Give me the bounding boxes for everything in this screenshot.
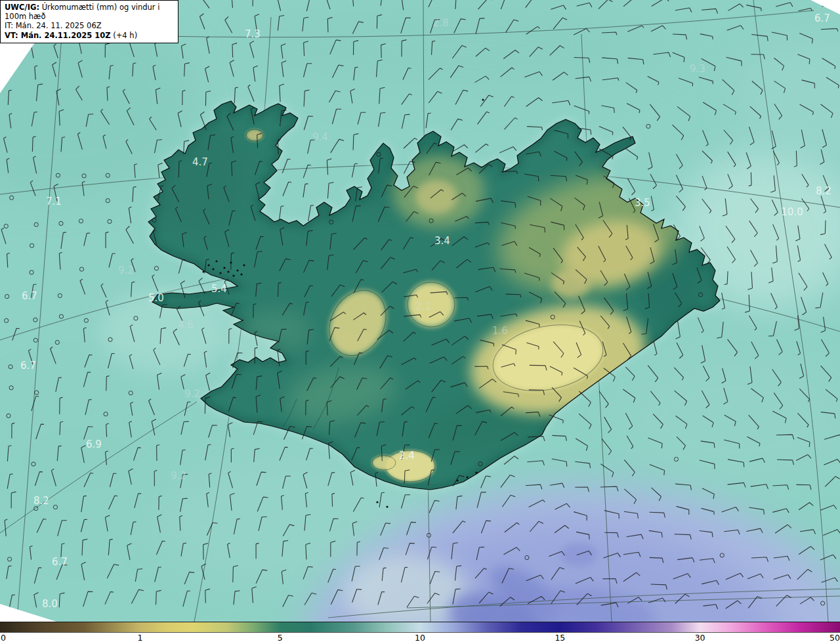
precip-value-label: 6.9 [86, 439, 102, 450]
title-box: UWC/IG: Úrkomumætti (mm) og vindur i 100… [0, 0, 178, 43]
precip-value-label: 6.7 [52, 556, 68, 568]
title-line-valid-time: VT: Mán. 24.11.2025 10Z (+4 h) [5, 31, 174, 40]
island-dot [219, 272, 221, 274]
island-dot [215, 260, 217, 262]
colorbar-tick-label: 5 [278, 633, 283, 642]
colorbar-tick-label: 30 [695, 633, 705, 642]
precip-value-label: 8.2 [33, 495, 49, 507]
precip-value-label: 10.0 [781, 206, 803, 218]
precip-value-label: 6.7 [20, 360, 36, 372]
colorbar-tick-label: 0 [1, 633, 6, 642]
precip-value-label: 2.1 [415, 301, 431, 312]
precip-value-label: 9.2 [184, 388, 200, 400]
island-dot [243, 264, 245, 266]
island-dot [202, 270, 204, 272]
title-line-product: UWC/IG: Úrkomumætti (mm) og vindur i 100… [5, 3, 174, 21]
precip-value-label: 8.2 [816, 185, 831, 197]
island-dot [227, 270, 229, 272]
colorbar-tick-label: 15 [555, 633, 565, 642]
precip-value-label: 5.4 [211, 283, 227, 295]
map-area: 7.32.86.79.39.44.77.13.58.210.03.49.25.4… [0, 0, 840, 622]
island-dot [207, 264, 209, 266]
colorbar-tick-label: 1 [137, 633, 142, 642]
island-dot [386, 505, 388, 507]
island-dot [223, 267, 225, 268]
map-canvas: 7.32.86.79.39.44.77.13.58.210.03.49.25.4… [0, 0, 840, 622]
precip-colorbar [0, 622, 840, 633]
island-dot [212, 268, 214, 270]
precip-value-label: 9.3 [690, 63, 705, 75]
precip-value-label: 4.6 [178, 319, 194, 331]
weather-map-app: 7.32.86.79.39.44.77.13.58.210.03.49.25.4… [0, 0, 840, 642]
ocean-patch [249, 0, 669, 92]
island-dot [482, 98, 484, 100]
island-dot [376, 501, 378, 503]
precip-value-label: 9.2 [171, 470, 186, 482]
precip-value-label: 9.2 [118, 265, 134, 276]
precip-value-label: 2.4 [399, 450, 415, 461]
precip-value-label: 9.4 [312, 131, 328, 143]
precip-value-label: 3.4 [434, 235, 450, 247]
precip-value-label: 6.7 [22, 290, 37, 302]
colorbar-tick-labels: 01510153050 [0, 633, 840, 642]
glacier-patch [415, 180, 457, 214]
precip-value-label: 4.7 [192, 156, 208, 168]
island-dot [236, 269, 238, 271]
title-line-init-time: IT: Mán. 24. 11. 2025 06Z [5, 21, 174, 30]
island-dot [475, 471, 477, 473]
precip-value-label: 1.6 [492, 325, 508, 337]
island-dot [466, 476, 468, 478]
island-dot [232, 274, 234, 276]
island-dot [240, 273, 242, 275]
precip-value-label: 6.7 [814, 12, 830, 24]
precip-value-label: 5.0 [148, 292, 164, 304]
colorbar-tick-label: 50 [830, 633, 840, 642]
precip-value-label: 3.5 [635, 197, 650, 209]
precip-value-label: 7.3 [245, 28, 261, 40]
colorbar-tick-label: 10 [415, 633, 425, 642]
precip-value-label: 7.1 [46, 196, 62, 207]
precip-value-label: 2.8 [433, 17, 449, 29]
product-id: UWC/IG: [5, 3, 39, 12]
precip-value-label: 8.0 [42, 598, 58, 610]
